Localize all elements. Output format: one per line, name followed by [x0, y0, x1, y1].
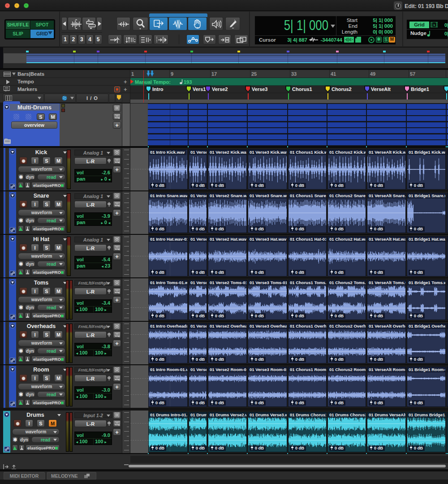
svg-text:1: 1	[433, 23, 435, 27]
